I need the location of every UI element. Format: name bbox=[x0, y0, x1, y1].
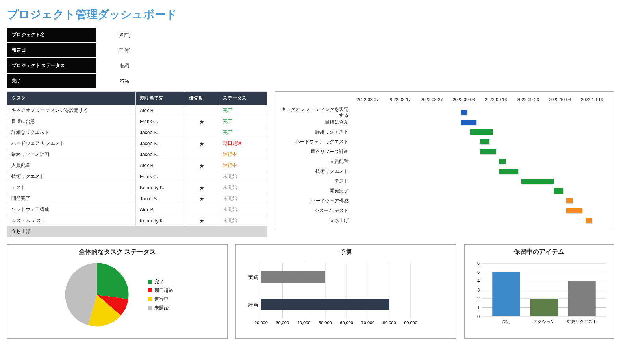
task-cell: 詳細なリクエスト bbox=[7, 127, 136, 138]
budget-xtick: 70,000 bbox=[361, 320, 375, 325]
legend-label: 完了 bbox=[154, 279, 164, 285]
gantt-row-label: 立ち上げ bbox=[281, 218, 352, 224]
gantt-tick: 2022-08-07 bbox=[352, 97, 384, 102]
gantt-bar bbox=[461, 110, 467, 115]
task-cell: 人員配置 bbox=[7, 160, 136, 171]
priority-cell: ★ bbox=[185, 116, 219, 127]
legend-label: 進行中 bbox=[154, 296, 169, 303]
priority-cell bbox=[185, 171, 219, 182]
status-cell: 未開始 bbox=[219, 215, 267, 226]
gantt-bar bbox=[470, 129, 493, 135]
info-label-status: プロジェクト ステータス bbox=[7, 58, 96, 74]
task-cell: 目標に合意 bbox=[7, 116, 136, 127]
budget-cat: 実績 bbox=[248, 275, 258, 280]
budget-xtick: 80,000 bbox=[383, 320, 396, 325]
assignee-cell: Alex B. bbox=[135, 204, 185, 215]
gantt-row-label: ハードウェア リクエスト bbox=[281, 139, 352, 145]
gantt-row-label: テスト bbox=[281, 178, 352, 184]
budget-xtick: 60,000 bbox=[340, 320, 353, 325]
assignee-cell: Frank C. bbox=[135, 116, 185, 127]
task-cell: キックオフ ミーティングを設定する bbox=[7, 105, 136, 116]
task-cell: システム テスト bbox=[7, 215, 136, 226]
legend-label: 未開始 bbox=[154, 305, 169, 311]
gantt-bar bbox=[480, 139, 489, 144]
priority-cell bbox=[185, 127, 219, 138]
pending-ytick: 6 bbox=[477, 261, 480, 266]
pending-cat: 決定 bbox=[502, 319, 510, 324]
legend-swatch bbox=[148, 306, 152, 310]
task-cell: 開発完了 bbox=[7, 193, 136, 204]
legend-swatch bbox=[148, 280, 152, 284]
assignee-cell: Alex B. bbox=[135, 160, 185, 171]
pending-cat: 変更リクエスト bbox=[567, 319, 597, 324]
assignee-cell: Jacob S. bbox=[135, 127, 185, 138]
gantt-tick: 2022-08-27 bbox=[416, 97, 448, 102]
gantt-row-label: 技術リクエスト bbox=[281, 168, 352, 174]
gantt-bar bbox=[566, 198, 573, 203]
budget-xtick: 40,000 bbox=[297, 320, 311, 325]
priority-cell bbox=[185, 149, 219, 160]
th-priority: 優先度 bbox=[185, 92, 219, 105]
task-cell: ハードウェア リクエスト bbox=[7, 138, 136, 149]
budget-xtick: 30,000 bbox=[276, 320, 289, 325]
priority-cell: ★ bbox=[185, 215, 219, 226]
gantt-tick: 2022-09-16 bbox=[480, 97, 512, 102]
pie-title: 全体的なタスク ステータス bbox=[13, 248, 222, 256]
status-cell: 未開始 bbox=[219, 171, 267, 182]
gantt-bar bbox=[499, 159, 505, 164]
pending-ytick: 5 bbox=[477, 270, 480, 275]
pending-bar bbox=[530, 299, 558, 316]
overall-task-status-panel: 全体的なタスク ステータス 完了期日超過進行中未開始 bbox=[7, 244, 228, 339]
gantt-bar bbox=[499, 169, 518, 174]
pending-title: 保留中のアイテム bbox=[470, 248, 608, 256]
gantt-tick: 2022-10-06 bbox=[544, 97, 576, 102]
status-cell: 未開始 bbox=[219, 182, 267, 193]
pending-cat: アクション bbox=[533, 319, 555, 324]
gantt-bar bbox=[566, 208, 582, 213]
gantt-tick: 2022-09-06 bbox=[448, 97, 480, 102]
priority-cell: ★ bbox=[185, 182, 219, 193]
legend-swatch bbox=[148, 288, 152, 292]
th-task: タスク bbox=[7, 92, 136, 105]
info-value-status: 順調 bbox=[96, 59, 153, 73]
budget-cat: 計画 bbox=[248, 302, 258, 308]
info-label-complete: 完了 bbox=[7, 74, 96, 89]
page-title: プロジェクト管理ダッシュボード bbox=[7, 7, 614, 22]
budget-bar bbox=[261, 271, 325, 283]
th-status: ステータス bbox=[219, 92, 267, 105]
pending-bar bbox=[492, 272, 520, 317]
task-table: タスク 割り当て先 優先度 ステータス キックオフ ミーティングを設定する Al… bbox=[7, 91, 267, 237]
pie-chart bbox=[61, 259, 132, 330]
project-info-table: プロジェクト名[名前] 報告日[日付] プロジェクト ステータス順調 完了27% bbox=[7, 28, 153, 89]
info-label-name: プロジェクト名 bbox=[7, 28, 96, 43]
pending-ytick: 1 bbox=[477, 305, 480, 310]
priority-cell bbox=[185, 204, 219, 215]
budget-xtick: 90,000 bbox=[404, 320, 417, 325]
priority-cell bbox=[185, 105, 219, 116]
gantt-bar bbox=[554, 188, 563, 194]
gantt-row-label: 開発完了 bbox=[281, 188, 352, 194]
pending-ytick: 3 bbox=[477, 288, 480, 292]
gantt-row-label: 人員配置 bbox=[281, 159, 352, 164]
status-cell: 進行中 bbox=[219, 160, 267, 171]
status-cell: 完了 bbox=[219, 116, 267, 127]
pending-chart: 0123456決定アクション変更リクエスト bbox=[470, 259, 608, 334]
info-value-date: [日付] bbox=[96, 43, 153, 58]
info-value-complete: 27% bbox=[96, 75, 153, 88]
budget-title: 予算 bbox=[241, 248, 450, 256]
gantt-row-label: ハードウェア構成 bbox=[281, 198, 352, 204]
budget-xtick: 20,000 bbox=[254, 320, 268, 325]
task-cell: 技術リクエスト bbox=[7, 171, 136, 182]
task-cell: 最終リソース計画 bbox=[7, 149, 136, 160]
status-cell: 完了 bbox=[219, 127, 267, 138]
gantt-row-label: 目標に合意 bbox=[281, 119, 352, 125]
gantt-chart: 2022-08-072022-08-172022-08-272022-09-06… bbox=[275, 91, 614, 229]
status-cell: 期日超過 bbox=[219, 138, 267, 149]
pending-ytick: 0 bbox=[477, 314, 480, 319]
info-label-date: 報告日 bbox=[7, 43, 96, 58]
status-cell: 進行中 bbox=[219, 149, 267, 160]
gantt-row-label: キックオフ ミーティングを設定する bbox=[281, 107, 352, 118]
assignee-cell: Jacob S. bbox=[135, 193, 185, 204]
assignee-cell: Kennedy K. bbox=[135, 182, 185, 193]
assignee-cell: Kennedy K. bbox=[135, 215, 185, 226]
